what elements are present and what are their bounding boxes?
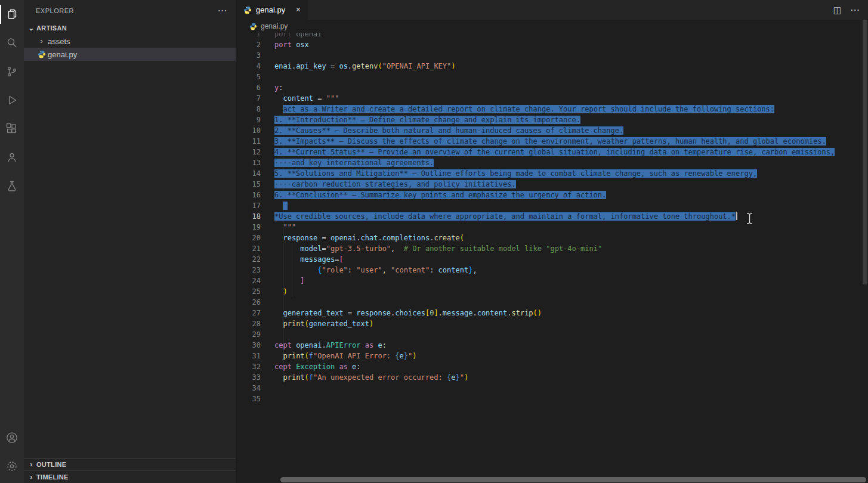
code-line[interactable]: 4enai.api_key = os.getenv("OPENAI_API_KE… xyxy=(236,61,868,72)
code-line[interactable]: 35 xyxy=(236,394,868,404)
horizontal-scrollbar[interactable] xyxy=(280,477,866,482)
outline-section-header[interactable]: › OUTLINE xyxy=(24,458,236,470)
code-line[interactable]: 6y: xyxy=(236,82,868,93)
line-number[interactable]: 12 xyxy=(236,147,261,157)
activity-extensions[interactable] xyxy=(0,114,24,143)
code-line[interactable]: 31 print(f"OpenAI API Error: {e}") xyxy=(236,351,868,361)
split-editor-icon[interactable]: ◫ xyxy=(833,5,842,14)
line-number[interactable]: 33 xyxy=(236,372,261,383)
code-line[interactable]: 5 xyxy=(236,72,868,82)
code-line[interactable]: 32cept Exception as e: xyxy=(236,361,868,372)
code-line[interactable]: 1port openai xyxy=(236,33,868,39)
code-line[interactable]: 30cept openai.APIError as e: xyxy=(236,340,868,351)
code-editor[interactable]: 1port openai2port osx34enai.api_key = os… xyxy=(236,33,868,483)
code-line[interactable]: 20 response = openai.chat.completions.cr… xyxy=(236,233,868,243)
code-line[interactable]: 27 generated_text = response.choices[0].… xyxy=(236,308,868,318)
code-line[interactable]: 7 content = """ xyxy=(236,93,868,104)
close-icon[interactable]: ✕ xyxy=(294,5,302,14)
line-number[interactable]: 7 xyxy=(236,93,261,104)
activity-run-debug[interactable] xyxy=(0,86,24,114)
line-number[interactable]: 10 xyxy=(236,125,261,136)
timeline-section-header[interactable]: › TIMELINE xyxy=(24,470,236,483)
code-line[interactable]: 145. **Solutions and Mitigation** — Outl… xyxy=(236,168,868,179)
line-number[interactable]: 11 xyxy=(236,136,261,147)
code-line[interactable]: 3 xyxy=(236,50,868,61)
tab-genai-py[interactable]: genai.py ✕ xyxy=(236,0,308,20)
line-number[interactable]: 9 xyxy=(236,114,261,125)
activity-settings[interactable] xyxy=(0,452,24,481)
code-line[interactable]: 28 print(generated_text) xyxy=(236,318,868,329)
code-line[interactable]: 2port osx xyxy=(236,39,868,50)
line-number[interactable]: 30 xyxy=(236,340,261,351)
code-line[interactable]: 34 xyxy=(236,383,868,394)
line-number[interactable]: 18 xyxy=(236,211,261,222)
line-number[interactable]: 25 xyxy=(236,286,261,297)
line-number[interactable]: 23 xyxy=(236,265,261,275)
line-number[interactable]: 27 xyxy=(236,308,261,318)
workspace-root[interactable]: ⌄ ARTISAN xyxy=(24,21,236,35)
code-line[interactable]: 17 xyxy=(236,200,868,211)
line-number[interactable]: 22 xyxy=(236,254,261,265)
line-number[interactable]: 13 xyxy=(236,157,261,168)
activity-explorer[interactable] xyxy=(0,0,24,29)
line-number[interactable]: 16 xyxy=(236,190,261,200)
line-number[interactable]: 15 xyxy=(236,179,261,190)
code-text: act as a Writer and create a detailed re… xyxy=(274,104,774,114)
code-token: "gpt-3.5-turbo" xyxy=(326,244,391,253)
line-number[interactable]: 3 xyxy=(236,50,261,61)
code-line[interactable]: 124. **Current Status** — Provide an ove… xyxy=(236,147,868,157)
tree-item-assets[interactable]: › assets xyxy=(24,35,236,48)
activity-search[interactable] xyxy=(0,29,24,57)
code-line[interactable]: 29 xyxy=(236,329,868,340)
line-number[interactable]: 8 xyxy=(236,104,261,114)
code-line[interactable]: 23 {"role": "user", "content": content}, xyxy=(236,265,868,275)
line-number[interactable]: 4 xyxy=(236,61,261,72)
code-line[interactable]: 8 act as a Writer and create a detailed … xyxy=(236,104,868,114)
activity-flask-extension[interactable] xyxy=(0,172,24,200)
line-number[interactable]: 1 xyxy=(236,33,261,39)
code-line[interactable]: 19 """ xyxy=(236,222,868,233)
code-line[interactable]: 26 xyxy=(236,297,868,308)
code-line[interactable]: 113. **Impacts** — Discuss the effects o… xyxy=(236,136,868,147)
line-number[interactable]: 31 xyxy=(236,351,261,361)
code-line[interactable]: 25 ) xyxy=(236,286,868,297)
code-token: ···· xyxy=(274,180,292,188)
vertical-scrollbar[interactable] xyxy=(863,20,867,284)
line-number[interactable]: 20 xyxy=(236,233,261,243)
editor-more-actions-icon[interactable]: ⋯ xyxy=(850,5,860,15)
code-line[interactable]: 24 ] xyxy=(236,275,868,286)
code-line[interactable]: 18*Use credible sources, include data wh… xyxy=(236,211,868,222)
activity-accounts[interactable] xyxy=(0,423,24,452)
line-number[interactable]: 35 xyxy=(236,394,261,404)
line-number[interactable]: 2 xyxy=(236,39,261,50)
breadcrumb[interactable]: genai.py xyxy=(236,20,868,33)
line-number[interactable]: 32 xyxy=(236,361,261,372)
code-line[interactable]: 13····and key international agreements. xyxy=(236,157,868,168)
line-number[interactable]: 6 xyxy=(236,82,261,93)
activity-profile-extension[interactable] xyxy=(0,143,24,172)
line-number[interactable]: 26 xyxy=(236,297,261,308)
code-line[interactable]: 102. **Causes** — Describe both natural … xyxy=(236,125,868,136)
code-token: { xyxy=(395,352,399,360)
breadcrumb-item-file[interactable]: genai.py xyxy=(261,22,288,30)
code-line[interactable]: 21 model="gpt-3.5-turbo", # Or another s… xyxy=(236,243,868,254)
line-number[interactable]: 5 xyxy=(236,72,261,82)
code-line[interactable]: 15····carbon reduction strategies, and p… xyxy=(236,179,868,190)
line-number[interactable]: 14 xyxy=(236,168,261,179)
activity-source-control[interactable] xyxy=(0,57,24,86)
code-line[interactable]: 166. **Conclusion** — Summarize key poin… xyxy=(236,190,868,200)
tree-item-genai-py[interactable]: genai.py xyxy=(24,48,236,61)
code-line[interactable]: 33 print(f"An unexpected error occurred:… xyxy=(236,372,868,383)
line-number[interactable]: 17 xyxy=(236,200,261,211)
sidebar-more-actions-icon[interactable]: ⋯ xyxy=(218,6,228,16)
line-number[interactable]: 19 xyxy=(236,222,261,233)
line-number[interactable]: 24 xyxy=(236,275,261,286)
code-line[interactable]: 22 messages=[ xyxy=(236,254,868,265)
code-token: ] xyxy=(434,309,438,317)
code-line[interactable]: 91. **Introduction** — Define climate ch… xyxy=(236,114,868,125)
line-number[interactable]: 34 xyxy=(236,383,261,394)
line-number[interactable]: 29 xyxy=(236,329,261,340)
line-number[interactable]: 21 xyxy=(236,243,261,254)
line-number[interactable]: 28 xyxy=(236,318,261,329)
flask-icon xyxy=(5,179,19,193)
